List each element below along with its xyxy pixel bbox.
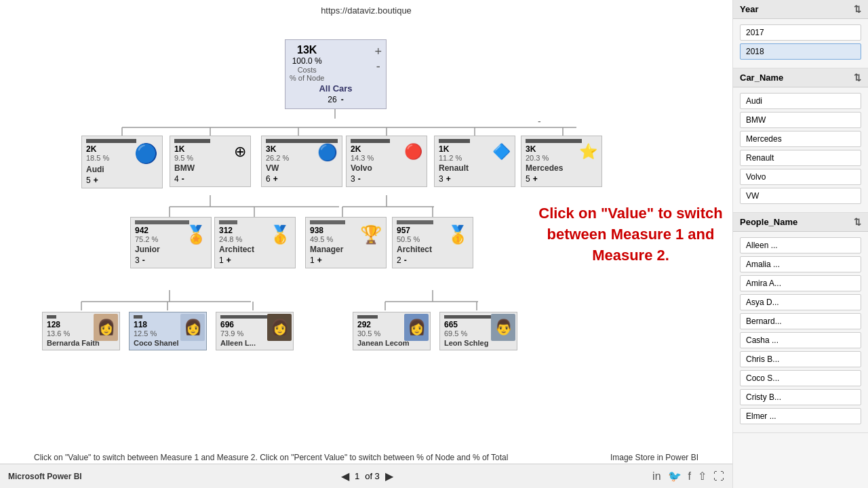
mercedes-label: Mercedes	[526, 163, 597, 173]
architect1-label: Architect	[219, 245, 291, 254]
bottom-text: Click on "Value" to switch between Measu…	[34, 453, 508, 462]
next-page-btn[interactable]: ▶	[385, 470, 393, 483]
people-bernard[interactable]: Bernard...	[740, 313, 861, 329]
person-node-leon: 665 69.5 % 👨 Leon Schleg	[439, 312, 517, 350]
car-node-vw: 3K 26.2 % 🔵 VW 6 +	[261, 136, 342, 187]
manager-value: 938	[310, 226, 333, 235]
janean-avatar: 👩	[404, 314, 429, 341]
people-alleen[interactable]: Alleen ...	[740, 237, 861, 253]
architect2-value: 957	[397, 226, 420, 235]
audi-count: 5	[86, 176, 91, 185]
volvo-percent: 14.3 %	[351, 154, 374, 162]
mercedes-percent: 20.3 %	[526, 154, 549, 162]
people-chrisb[interactable]: Chris B...	[740, 351, 861, 367]
message-text: Click on "Value" to switchbetween Measur…	[502, 203, 732, 266]
people-node-architect2: 957 50.5 % 🥇 Architect 2 -	[392, 217, 473, 268]
share-icon[interactable]: ⇧	[698, 470, 707, 483]
renault-count: 3	[439, 174, 443, 184]
people-cristyb[interactable]: Cristy B...	[740, 389, 861, 405]
person-node-janean: 292 30.5 % 👩 Janean Lecom	[353, 312, 431, 350]
people-section: Alleen ... Amalia ... Amira A... Asya D.…	[733, 232, 868, 433]
fullscreen-icon[interactable]: ⛶	[713, 470, 724, 483]
car-filter-audi[interactable]: Audi	[740, 93, 861, 109]
architect1-badge: 🥇	[269, 226, 291, 243]
junior-badge: 🏅	[185, 226, 207, 243]
taskbar-icons: in 🐦 f ⇧ ⛶	[652, 470, 724, 483]
coco-percent: 12.5 %	[134, 329, 157, 338]
people-asya[interactable]: Asya D...	[740, 294, 861, 310]
message-box: Click on "Value" to switchbetween Measur…	[502, 203, 732, 266]
manager-count: 1	[310, 256, 315, 265]
vw-count: 6	[266, 174, 271, 184]
mercedes-expand-btn[interactable]: +	[533, 174, 538, 184]
manager-expand-btn[interactable]: +	[317, 256, 322, 265]
taskbar: Microsoft Power BI ◀ 1 of 3 ▶ in 🐦 f ⇧ ⛶	[0, 464, 732, 488]
bmw-label: BMW	[174, 163, 246, 173]
people-node-architect1: 312 24.8 % 🥇 Architect 1 +	[214, 217, 296, 268]
architect1-value: 312	[219, 226, 242, 235]
audi-value: 2K	[86, 144, 109, 154]
root-name: All Cars	[290, 83, 382, 94]
people-casha[interactable]: Casha ...	[740, 332, 861, 348]
audi-label: Audi	[86, 165, 158, 174]
year-header: Year ⇅	[733, 0, 868, 19]
junior-percent: 75.2 %	[135, 235, 158, 243]
volvo-collapse-btn[interactable]: -	[358, 174, 361, 184]
linkedin-icon[interactable]: in	[652, 470, 660, 483]
coco-avatar: 👩	[180, 314, 205, 341]
people-sort-icon[interactable]: ⇅	[854, 217, 861, 227]
car-filter-renault[interactable]: Renault	[740, 150, 861, 166]
root-plus-btn[interactable]: +	[374, 45, 382, 58]
root-metric2: % of Node	[290, 74, 324, 82]
janean-percent: 30.5 %	[357, 329, 380, 338]
junior-count: 3	[135, 256, 140, 265]
car-filter-vw[interactable]: VW	[740, 188, 861, 204]
people-node-junior: 942 75.2 % 🏅 Junior 3 -	[130, 217, 212, 268]
bernarda-value: 128	[47, 320, 70, 329]
people-amalia[interactable]: Amalia ...	[740, 256, 861, 272]
year-2017[interactable]: 2017	[740, 24, 861, 41]
alleen-avatar: 👩	[267, 314, 292, 341]
junior-collapse-btn[interactable]: -	[142, 256, 145, 265]
car-section: Audi BMW Mercedes Renault Volvo VW	[733, 87, 868, 213]
root-percent: 100.0 %	[290, 56, 324, 66]
root-collapse-btn[interactable]: -	[341, 95, 344, 104]
architect1-expand-btn[interactable]: +	[226, 256, 231, 265]
content-area: https://dataviz.boutique	[0, 0, 732, 488]
year-sort-icon[interactable]: ⇅	[854, 4, 861, 14]
bernarda-percent: 13.6 %	[47, 329, 70, 338]
year-section: 2017 2018	[733, 19, 868, 68]
leon-value: 665	[444, 320, 467, 329]
twitter-icon[interactable]: 🐦	[668, 470, 682, 483]
car-sort-icon[interactable]: ⇅	[854, 73, 861, 83]
person-node-bernarda: 128 13.6 % 👩 Bernarda Faith	[42, 312, 120, 350]
vw-expand-btn[interactable]: +	[273, 174, 278, 184]
vw-percent: 26.2 %	[266, 154, 289, 162]
car-filter-bmw[interactable]: BMW	[740, 112, 861, 128]
root-node: 13K 100.0 % Costs % of Node + - All Cars…	[285, 39, 387, 109]
architect2-collapse-btn[interactable]: -	[404, 256, 407, 265]
audi-expand-btn[interactable]: +	[94, 176, 98, 185]
audi-percent: 18.5 %	[86, 154, 109, 162]
car-filter-mercedes[interactable]: Mercedes	[740, 131, 861, 147]
leon-avatar: 👨	[491, 314, 515, 341]
people-elmer[interactable]: Elmer ...	[740, 408, 861, 424]
volvo-value: 2K	[351, 144, 374, 154]
renault-expand-btn[interactable]: +	[446, 174, 451, 184]
car-filter-volvo[interactable]: Volvo	[740, 169, 861, 185]
bmw-collapse-btn[interactable]: -	[182, 174, 184, 184]
car-node-mercedes: 3K 20.3 % ⭐ Mercedes 5 +	[521, 136, 602, 187]
people-cocos[interactable]: Coco S...	[740, 370, 861, 386]
people-amira[interactable]: Amira A...	[740, 275, 861, 291]
year-2018[interactable]: 2018	[740, 43, 861, 60]
car-name-label: Car_Name	[740, 73, 783, 83]
prev-page-btn[interactable]: ◀	[341, 470, 349, 483]
bmw-value: 1K	[174, 144, 193, 154]
vw-logo: 🔵	[317, 144, 338, 162]
facebook-icon[interactable]: f	[688, 470, 691, 483]
person-node-alleen: 696 73.9 % 👩 Alleen L...	[216, 312, 294, 350]
renault-logo: 🔷	[492, 144, 511, 162]
root-metric1: Costs	[290, 66, 324, 74]
volvo-logo: 🔴	[404, 144, 422, 162]
root-minus-btn[interactable]: -	[374, 60, 382, 73]
